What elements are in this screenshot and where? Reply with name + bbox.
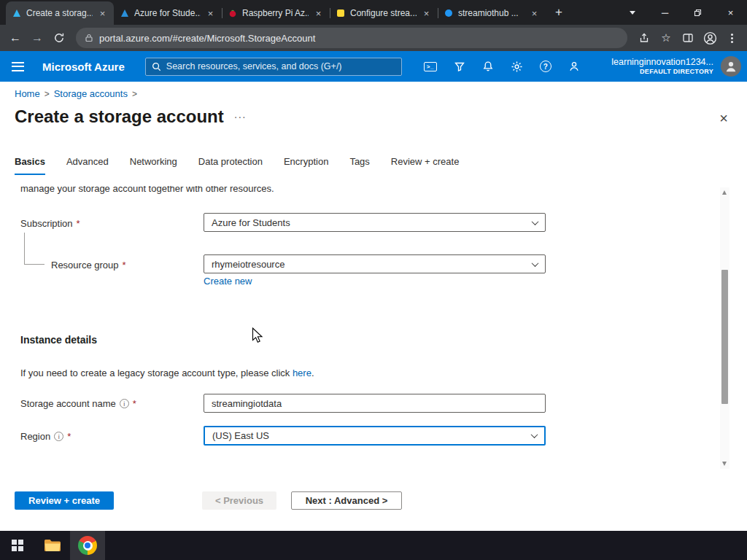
tab-close-icon[interactable]: × xyxy=(421,8,432,19)
start-button[interactable] xyxy=(0,531,35,560)
minimize-button[interactable]: ─ xyxy=(649,0,681,25)
account-info[interactable]: learninginnovation1234... DEFAULT DIRECT… xyxy=(604,57,713,77)
browser-tab-create-storage[interactable]: Create a storag... × xyxy=(6,1,114,25)
azure-search-input[interactable] xyxy=(166,61,395,71)
instance-details-heading: Instance details xyxy=(20,334,97,346)
chevron-down-icon xyxy=(532,260,539,267)
chevron-down-icon xyxy=(532,218,539,225)
page-close-icon[interactable]: × xyxy=(719,111,728,125)
notifications-button[interactable] xyxy=(482,61,494,72)
browser-tab-configure-stream[interactable]: Configure strea... × xyxy=(330,1,438,25)
label-text: Subscription xyxy=(20,218,73,229)
review-create-button[interactable]: Review + create xyxy=(15,491,114,510)
refresh-button[interactable] xyxy=(48,27,70,49)
browser-menu-button[interactable] xyxy=(721,27,743,49)
tab-close-icon[interactable]: × xyxy=(313,8,324,19)
required-marker: * xyxy=(67,431,71,442)
required-marker: * xyxy=(133,398,136,409)
scrollbar-thumb[interactable] xyxy=(721,270,728,404)
lock-icon xyxy=(85,34,93,42)
gear-icon xyxy=(511,61,523,73)
help-button[interactable] xyxy=(540,61,551,72)
tab-review-create[interactable]: Review + create xyxy=(391,156,460,175)
tab-basics[interactable]: Basics xyxy=(15,156,45,175)
resource-group-label: Resource group * xyxy=(51,260,126,271)
legacy-text: If you need to create a legacy storage a… xyxy=(20,368,293,378)
windows-logo-icon xyxy=(12,540,23,551)
close-window-button[interactable]: × xyxy=(714,0,747,25)
tab-encryption[interactable]: Encryption xyxy=(284,156,328,175)
label-text: Storage account name xyxy=(20,398,116,409)
chrome-icon xyxy=(78,536,97,555)
subscription-dropdown[interactable]: Azure for Students xyxy=(204,213,546,232)
azure-portal-favicon xyxy=(12,8,22,18)
screen: Create a storag... × Azure for Stude... … xyxy=(0,0,747,560)
intro-text: manage your storage account together wit… xyxy=(20,186,274,194)
subscription-value: Azure for Students xyxy=(212,217,290,228)
browser-tab-azure-students[interactable]: Azure for Stude... × xyxy=(114,1,222,25)
info-icon[interactable] xyxy=(54,432,63,441)
scroll-down-arrow[interactable] xyxy=(722,462,727,466)
directory-filter-button[interactable] xyxy=(454,61,465,72)
bell-icon xyxy=(482,61,494,72)
back-button[interactable]: ← xyxy=(4,27,26,49)
browser-tab-strip: Create a storag... × Azure for Stude... … xyxy=(0,0,616,25)
side-panel-button[interactable] xyxy=(677,27,699,49)
new-tab-button[interactable]: + xyxy=(549,2,569,23)
settings-button[interactable] xyxy=(511,61,523,73)
required-marker: * xyxy=(123,260,126,271)
tab-close-icon[interactable]: × xyxy=(205,8,216,19)
here-link[interactable]: here xyxy=(293,368,311,378)
browser-toolbar: ← → portal.azure.com/#create/Microsoft.S… xyxy=(0,25,747,51)
tab-title: streamiothub ... xyxy=(458,8,525,18)
tab-close-icon[interactable]: × xyxy=(97,8,108,19)
tab-search-button[interactable] xyxy=(616,0,649,25)
portal-menu-button[interactable] xyxy=(0,51,35,82)
region-label: Region * xyxy=(20,431,71,442)
restore-button[interactable] xyxy=(681,0,714,25)
page-title-row: Create a storage account ··· xyxy=(15,106,247,127)
region-dropdown[interactable]: (US) East US xyxy=(204,426,546,446)
file-explorer-button[interactable] xyxy=(35,531,70,560)
feedback-button[interactable] xyxy=(568,61,580,72)
vertical-scrollbar[interactable] xyxy=(720,187,729,469)
cloud-shell-button[interactable] xyxy=(424,62,437,71)
filter-icon xyxy=(454,61,465,72)
create-new-link[interactable]: Create new xyxy=(204,276,252,287)
tab-advanced[interactable]: Advanced xyxy=(66,156,109,175)
tab-title: Azure for Stude... xyxy=(134,8,201,18)
scroll-up-arrow[interactable] xyxy=(722,190,727,195)
browser-tab-streamiothub[interactable]: streamiothub ... × xyxy=(438,1,546,25)
address-bar[interactable]: portal.azure.com/#create/Microsoft.Stora… xyxy=(76,28,627,48)
previous-button[interactable]: < Previous xyxy=(202,491,276,510)
breadcrumb-storage-accounts[interactable]: Storage accounts xyxy=(54,88,128,99)
info-icon[interactable] xyxy=(120,399,129,408)
tab-data-protection[interactable]: Data protection xyxy=(198,156,263,175)
azure-brand[interactable]: Microsoft Azure xyxy=(42,61,125,73)
page-more-menu[interactable]: ··· xyxy=(234,111,247,122)
person-icon xyxy=(568,61,580,72)
tab-tags[interactable]: Tags xyxy=(349,156,369,175)
browser-tab-raspberry-pi[interactable]: Raspberry Pi Az... × xyxy=(222,1,330,25)
share-button[interactable] xyxy=(633,27,655,49)
profile-button[interactable] xyxy=(699,27,721,49)
search-icon xyxy=(152,62,161,71)
account-avatar[interactable] xyxy=(721,56,741,77)
tab-close-icon[interactable]: × xyxy=(529,8,540,19)
breadcrumb-home[interactable]: Home xyxy=(15,88,40,99)
share-icon xyxy=(638,32,650,44)
forward-button[interactable]: → xyxy=(26,27,48,49)
resource-group-dropdown[interactable]: rhymeiotresource xyxy=(204,254,546,273)
next-advanced-button[interactable]: Next : Advanced > xyxy=(291,491,402,510)
tab-title: Create a storag... xyxy=(26,8,93,18)
avatar-icon xyxy=(724,60,738,73)
subscription-label: Subscription * xyxy=(20,218,80,229)
chrome-taskbar-button[interactable] xyxy=(70,531,105,560)
bookmark-button[interactable]: ☆ xyxy=(655,27,677,49)
browser-titlebar: Create a storag... × Azure for Stude... … xyxy=(0,0,747,25)
tab-networking[interactable]: Networking xyxy=(130,156,177,175)
wizard-tabs: Basics Advanced Networking Data protecti… xyxy=(15,156,459,175)
storage-account-name-input[interactable] xyxy=(204,394,546,413)
azure-search[interactable] xyxy=(145,58,402,76)
cloud-shell-icon xyxy=(424,62,437,71)
